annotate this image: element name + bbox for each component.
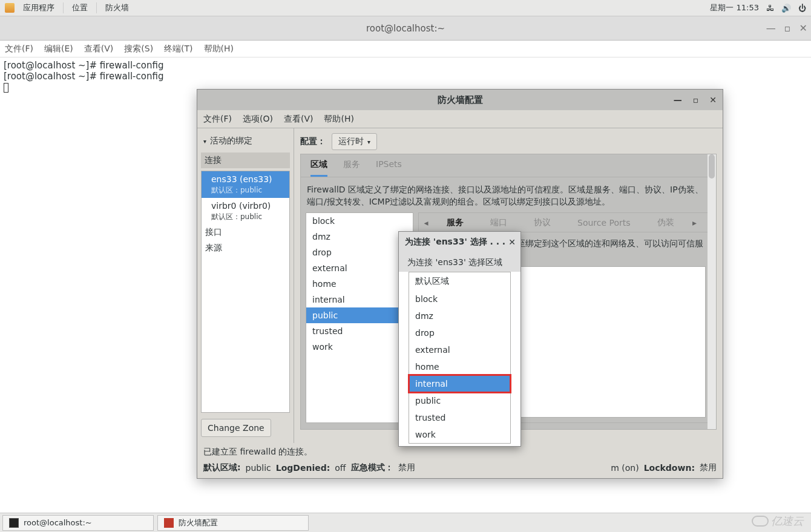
tab-source-ports[interactable]: Source Ports	[564, 218, 644, 228]
zone-item-external[interactable]: external	[306, 260, 413, 276]
separator	[96, 2, 97, 13]
zone-option-public[interactable]: public	[409, 392, 510, 409]
dialog-label: 为连接 'ens33' 选择区域	[399, 252, 520, 272]
tab-ports[interactable]: 端口	[477, 217, 520, 228]
firewall-title: 防火墙配置	[438, 94, 483, 106]
auto-helpers: m (on)	[611, 463, 639, 473]
clock[interactable]: 星期一 11:53	[710, 2, 759, 13]
menu-terminal[interactable]: 终端(T)	[164, 44, 192, 54]
task-label: 防火墙配置	[179, 517, 218, 528]
menu-file[interactable]: 文件(F)	[5, 44, 33, 54]
log-denied-label: LogDenied:	[276, 463, 330, 473]
panic-label: 应急模式：	[351, 462, 393, 473]
menu-places[interactable]: 位置	[72, 2, 88, 13]
task-item-firewall[interactable]: 防火墙配置	[157, 515, 309, 531]
outer-tabs: 区域 服务 IPSets	[301, 154, 716, 177]
minimize-icon[interactable]: —	[674, 95, 682, 105]
default-zone-value: public	[246, 463, 271, 473]
menu-firewall[interactable]: 防火墙	[105, 2, 129, 13]
menu-view[interactable]: 查看(V)	[284, 114, 314, 125]
connection-name: ens33 (ens33)	[211, 174, 283, 185]
scroll-right-icon[interactable]: ▸	[688, 218, 702, 228]
default-zone-label: 默认区域:	[203, 462, 241, 473]
zone-option-work[interactable]: work	[409, 426, 510, 443]
tab-masquerade[interactable]: 伪装	[644, 217, 688, 228]
menu-view[interactable]: 查看(V)	[84, 44, 114, 54]
taskbar: root@localhost:~ 防火墙配置	[0, 513, 811, 532]
zone-option-dmz[interactable]: dmz	[409, 307, 510, 324]
zone-item-trusted[interactable]: trusted	[306, 323, 413, 339]
firewall-titlebar[interactable]: 防火墙配置 — ▫ ✕	[197, 90, 723, 110]
inner-tabs: ◂ 服务 端口 协议 Source Ports 伪装 ▸	[419, 213, 711, 232]
volume-icon[interactable]: 🔊	[781, 4, 791, 13]
firewall-menubar: 文件(F) 选项(O) 查看(V) 帮助(H)	[197, 110, 723, 128]
menu-apps[interactable]: 应用程序	[23, 2, 54, 13]
connection-default-zone: 默认区：public	[211, 211, 283, 222]
change-zone-button[interactable]: Change Zone	[201, 419, 271, 437]
tab-service[interactable]: 服务	[343, 159, 360, 177]
panic-value: 禁用	[398, 462, 415, 473]
config-label: 配置：	[300, 136, 326, 147]
zone-option-drop[interactable]: drop	[409, 324, 510, 341]
close-icon[interactable]: ✕	[800, 22, 807, 34]
zone-option-default[interactable]: 默认区域	[409, 272, 510, 291]
zone-options: 默认区域 block dmz drop external home intern…	[399, 272, 520, 446]
interfaces-header[interactable]: 接口	[202, 225, 289, 240]
task-item-terminal[interactable]: root@localhost:~	[2, 515, 154, 531]
connections-header: 连接	[201, 153, 290, 168]
tab-services[interactable]: 服务	[433, 217, 477, 228]
zone-option-home[interactable]: home	[409, 358, 510, 375]
maximize-icon[interactable]: ▫	[784, 22, 791, 34]
zone-item-drop[interactable]: drop	[306, 245, 413, 260]
connections-list: ens33 (ens33) 默认区：public virbr0 (virbr0)…	[201, 171, 290, 413]
zone-item-public[interactable]: public	[306, 307, 413, 323]
scroll-left-icon[interactable]: ◂	[419, 218, 433, 228]
zone-item-work[interactable]: work	[306, 339, 413, 355]
config-value: 运行时	[338, 136, 364, 147]
zone-item-internal[interactable]: internal	[306, 292, 413, 307]
log-denied-value: off	[335, 463, 346, 473]
lockdown-value: 禁用	[700, 462, 717, 473]
close-icon[interactable]: ✕	[709, 95, 717, 105]
close-icon[interactable]: ✕	[508, 237, 516, 247]
zone-list: block dmz drop external home internal pu…	[306, 212, 413, 423]
zone-option-block[interactable]: block	[409, 291, 510, 307]
zone-item-block[interactable]: block	[306, 213, 413, 229]
terminal-menubar: 文件(F) 编辑(E) 查看(V) 搜索(S) 终端(T) 帮助(H)	[0, 41, 811, 57]
tab-protocols[interactable]: 协议	[520, 217, 564, 228]
terminal-titlebar[interactable]: root@localhost:~ — ▫ ✕	[0, 16, 811, 41]
active-bindings-toggle[interactable]: 活动的绑定	[201, 132, 290, 150]
connection-item-ens33[interactable]: ens33 (ens33) 默认区：public	[202, 171, 289, 198]
connection-item-virbr0[interactable]: virbr0 (virbr0) 默认区：public	[202, 198, 289, 225]
menu-options[interactable]: 选项(O)	[243, 114, 273, 125]
firewall-icon	[164, 518, 174, 528]
tab-zone[interactable]: 区域	[310, 159, 327, 177]
cursor	[4, 83, 8, 93]
task-label: root@localhost:~	[24, 518, 92, 527]
dialog-titlebar[interactable]: 为连接 'ens33' 选择 . . . ✕	[399, 232, 520, 252]
power-icon[interactable]: ⏻	[798, 4, 806, 13]
zone-option-external[interactable]: external	[409, 341, 510, 358]
network-icon[interactable]: 🖧	[766, 4, 774, 13]
status-bar: 默认区域: public LogDenied: off 应急模式： 禁用 m (…	[197, 458, 723, 478]
tab-ipsets[interactable]: IPSets	[376, 159, 402, 177]
terminal-icon	[9, 518, 19, 528]
minimize-icon[interactable]: —	[766, 22, 776, 34]
zone-item-home[interactable]: home	[306, 276, 413, 292]
scrollbar-thumb[interactable]	[709, 154, 715, 179]
menu-help[interactable]: 帮助(H)	[204, 44, 234, 54]
menu-file[interactable]: 文件(F)	[203, 114, 232, 125]
distro-icon	[5, 3, 15, 13]
menu-edit[interactable]: 编辑(E)	[44, 44, 73, 54]
terminal-line: [root@localhost ~]# firewall-config	[4, 60, 163, 71]
zone-item-dmz[interactable]: dmz	[306, 229, 413, 245]
config-combo[interactable]: 运行时	[332, 133, 377, 150]
menu-help[interactable]: 帮助(H)	[324, 114, 353, 125]
scrollbar[interactable]	[708, 154, 716, 429]
sources-header[interactable]: 来源	[202, 240, 289, 256]
zone-option-trusted[interactable]: trusted	[409, 409, 510, 426]
zone-option-internal[interactable]: internal	[409, 375, 510, 392]
maximize-icon[interactable]: ▫	[693, 95, 699, 105]
terminal-line: [root@localhost ~]# firewall-config	[4, 71, 163, 82]
menu-search[interactable]: 搜索(S)	[124, 44, 153, 54]
